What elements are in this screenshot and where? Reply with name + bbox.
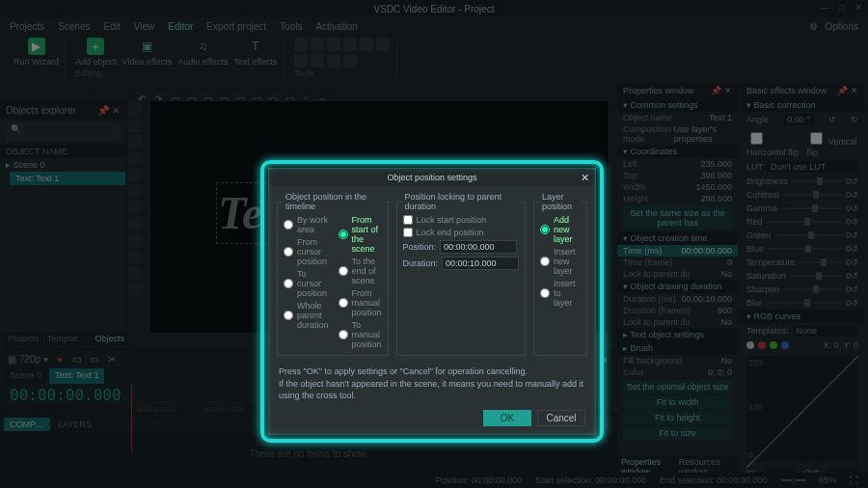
tool-button[interactable]	[294, 38, 308, 51]
section-text-settings[interactable]: ▸ Text object settings	[617, 328, 738, 341]
text-row[interactable]: Text: Text 1	[10, 172, 125, 185]
run-wizard-button[interactable]: ▶Run Wizard	[14, 38, 59, 67]
vflip-checkbox[interactable]: Vertical flip	[806, 129, 858, 157]
pin-icon[interactable]: 📌 ✕	[837, 86, 858, 95]
close-icon[interactable]: ✕	[854, 2, 862, 13]
radio-by-work-area[interactable]: By work area	[284, 215, 329, 234]
curve-channel-green[interactable]	[770, 341, 777, 349]
fit-width-button[interactable]: Fit to width	[623, 395, 732, 409]
stop-icon[interactable]: ■	[598, 353, 610, 365]
scene-row[interactable]: ▸ Scene 0	[0, 158, 125, 172]
section-drawing-duration[interactable]: ▾ Object drawing duration	[617, 280, 738, 293]
objects-search-input[interactable]: 🔍	[6, 123, 120, 141]
timeline-tracks[interactable]: There are no items to show.	[0, 431, 617, 475]
text-effects-button[interactable]: TText effects	[233, 38, 277, 67]
pin-icon[interactable]: 📌 ✕	[97, 105, 120, 116]
reset-icon[interactable]: ↺	[851, 176, 858, 186]
timeline-tab-scene[interactable]: Scene 0	[4, 368, 47, 384]
prop-val[interactable]: Use layer's properties	[673, 124, 732, 144]
tool-button[interactable]	[327, 54, 340, 68]
rgb-curves-graph[interactable]: 255 128 0	[746, 356, 858, 462]
timeline-tab-comp[interactable]: COMP…	[4, 418, 50, 431]
shape-tool-icon[interactable]	[128, 250, 142, 263]
radio-from-manual[interactable]: From manual position	[339, 288, 382, 317]
radio-insert-new-layer[interactable]: Insert new layer	[540, 247, 581, 276]
menu-activation[interactable]: Activation	[315, 21, 357, 32]
reset-icon[interactable]: ↺	[851, 244, 858, 254]
rotate-ccw-icon[interactable]: ↺	[828, 115, 836, 124]
reset-icon[interactable]: ↺	[851, 203, 858, 213]
add-object-button[interactable]: ＋Add object	[75, 38, 117, 67]
menu-scenes[interactable]: Scenes	[58, 21, 90, 32]
radio-to-manual[interactable]: To manual position	[339, 320, 382, 349]
fullscreen-icon[interactable]: ⛶	[850, 475, 858, 485]
section-brush[interactable]: ▸ Brush	[617, 341, 738, 355]
shape-tool-icon[interactable]	[128, 135, 142, 149]
menu-editor[interactable]: Editor	[168, 21, 193, 32]
reset-icon[interactable]: ↺	[851, 298, 858, 308]
ok-button[interactable]: OK	[483, 410, 531, 426]
pointer-tool-icon[interactable]	[128, 102, 142, 116]
fit-height-button[interactable]: Fit to height	[623, 411, 732, 424]
text-tool-icon[interactable]	[128, 119, 142, 132]
section-rgb-curves[interactable]: ▾ RGB curves	[741, 310, 864, 323]
same-size-button[interactable]: Set the same size as the parent has	[623, 206, 732, 230]
timeline-tab-layers[interactable]: LAYERS	[52, 418, 97, 431]
record-icon[interactable]: ●	[54, 353, 66, 365]
pin-icon[interactable]: 📌 ✕	[711, 86, 732, 95]
menu-view[interactable]: View	[134, 21, 155, 32]
tool-icon[interactable]: ▭	[71, 353, 83, 365]
tool-button[interactable]	[343, 38, 357, 51]
radio-to-cursor[interactable]: To cursor position	[284, 269, 329, 298]
section-coordinates[interactable]: ▾ Coordinates	[617, 145, 738, 158]
tool-button[interactable]	[294, 54, 308, 68]
lut-select[interactable]: Don't use LUT	[767, 161, 858, 173]
blur-slider[interactable]	[766, 302, 842, 304]
menu-projects[interactable]: Projects	[10, 21, 44, 32]
shape-tool-icon[interactable]	[128, 201, 142, 214]
gamma-slider[interactable]	[781, 207, 842, 209]
angle-field[interactable]: 0.00 °	[783, 114, 814, 125]
reset-icon[interactable]: ↺	[851, 217, 858, 227]
options-link[interactable]: Options	[826, 21, 858, 32]
blue-slider[interactable]	[768, 248, 842, 250]
tab-templates[interactable]: Templat…	[45, 332, 89, 349]
fit-size-button[interactable]: Fit to size	[623, 426, 732, 440]
dialog-close-icon[interactable]: ✕	[581, 172, 589, 184]
tab-projects[interactable]: Projects …	[4, 332, 43, 349]
duration-field[interactable]	[442, 257, 519, 270]
reset-icon[interactable]: ↺	[851, 285, 858, 294]
tool-button[interactable]	[343, 54, 357, 68]
saturation-slider[interactable]	[790, 275, 842, 277]
menu-export[interactable]: Export project	[206, 21, 266, 32]
minimize-icon[interactable]: —	[820, 2, 829, 13]
reset-icon[interactable]: ↺	[851, 230, 858, 240]
tool-icon[interactable]: ✂	[106, 353, 118, 365]
radio-from-start[interactable]: From start of the scene	[339, 215, 382, 254]
tool-button[interactable]	[327, 38, 340, 51]
hflip-checkbox[interactable]: Horizontal flip	[746, 129, 806, 157]
reset-icon[interactable]: ↺	[851, 258, 858, 267]
radio-add-new-layer[interactable]: Add new layer	[540, 215, 581, 244]
maximize-icon[interactable]: □	[839, 2, 845, 13]
resolution-select[interactable]: ▦ 720p ▾	[8, 354, 48, 365]
shape-tool-icon[interactable]	[128, 184, 142, 198]
radio-whole-parent[interactable]: Whole parent duration	[284, 301, 329, 330]
menu-tools[interactable]: Tools	[280, 21, 302, 32]
brightness-slider[interactable]	[792, 180, 842, 182]
sharpen-slider[interactable]	[783, 288, 842, 290]
temperature-slider[interactable]	[800, 261, 842, 263]
red-slider[interactable]	[767, 221, 842, 223]
section-common[interactable]: ▾ Common settings	[617, 98, 738, 112]
optimal-size-button[interactable]: Set the optimal object size	[623, 380, 732, 393]
position-field[interactable]	[440, 240, 517, 254]
section-creation-time[interactable]: ▾ Object creation time	[617, 231, 738, 245]
shape-tool-icon[interactable]	[128, 266, 142, 280]
radio-to-end[interactable]: To the end of scene	[339, 257, 382, 285]
tool-button[interactable]	[376, 38, 390, 51]
tab-objects[interactable]: Objects …	[90, 332, 129, 349]
curve-channel-red[interactable]	[758, 341, 766, 349]
curve-channel-blue[interactable]	[781, 341, 789, 349]
zoom-slider[interactable]: ━━○━━	[781, 475, 805, 485]
menu-edit[interactable]: Edit	[103, 21, 120, 32]
